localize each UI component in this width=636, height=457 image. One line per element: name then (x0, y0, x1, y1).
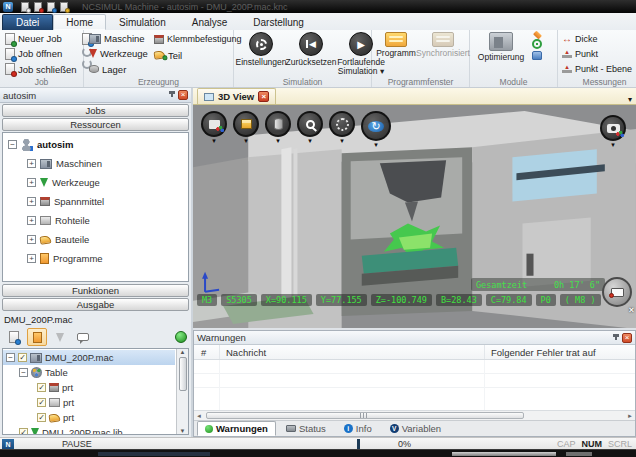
tree-node-spannmittel[interactable]: + Spannmittel (3, 192, 188, 211)
checkbox[interactable]: ✓ (37, 383, 46, 392)
expand-icon[interactable]: + (27, 216, 36, 225)
tab-list-caret-icon[interactable]: ▾ (628, 95, 632, 104)
collapse-icon[interactable]: − (19, 368, 28, 377)
job-node-prt-1[interactable]: ✓ prt (3, 380, 175, 395)
tab-simulation[interactable]: Simulation (106, 14, 179, 30)
app-icon[interactable]: N (3, 2, 13, 12)
expand-icon[interactable]: + (27, 159, 36, 168)
camera-button[interactable] (600, 115, 626, 141)
view-tool-button[interactable] (265, 111, 291, 137)
new-program-button[interactable] (4, 328, 24, 346)
scroll-down-icon[interactable]: ▼ (180, 428, 186, 434)
col-message[interactable]: Nachricht (220, 345, 485, 359)
caret-down-icon[interactable]: ▾ (611, 142, 615, 148)
pen-icon[interactable] (533, 31, 542, 39)
caret-down-icon[interactable]: ▾ (308, 138, 312, 144)
tree-node-werkzeuge[interactable]: + Werkzeuge (3, 173, 188, 192)
tree-node-programme[interactable]: + Programme (3, 249, 188, 268)
checkbox[interactable]: ✓ (37, 413, 46, 422)
expand-icon[interactable]: + (27, 254, 36, 263)
collapse-icon[interactable]: − (6, 353, 15, 362)
punkt-button[interactable]: ▴Punkt (562, 47, 632, 60)
werkzeuge-button[interactable]: Werkzeuge (88, 47, 149, 60)
programm-button[interactable]: Programm (376, 32, 416, 76)
clock-icon[interactable] (532, 39, 542, 49)
caret-down-icon[interactable]: ▾ (244, 138, 248, 144)
viewport-3d[interactable]: ▾ ▾ ▾ ▾ ▾ ↻▾ ▾ Gesamtzeit 0h 17' 6" M3 (193, 105, 636, 328)
scroll-left-icon[interactable]: ◄ (196, 413, 202, 419)
selection-button[interactable] (329, 111, 355, 137)
expand-icon[interactable]: + (27, 197, 36, 206)
caret-down-icon[interactable]: ▾ (276, 138, 280, 144)
expand-icon[interactable]: + (27, 178, 36, 187)
close-overlay-icon[interactable]: × (629, 305, 634, 315)
dicke-button[interactable]: ↔Dicke (562, 32, 632, 45)
einstellungen-button[interactable]: Einstellungen (238, 32, 284, 76)
quick-new-doc-icon[interactable] (21, 2, 29, 12)
tree-node-bauteile[interactable]: + Bauteile (3, 230, 188, 249)
tab-warnungen[interactable]: Warnungen (197, 421, 276, 436)
view-machine-button[interactable] (201, 111, 227, 137)
maschine-button[interactable]: Maschine (88, 32, 149, 45)
view-stock-button[interactable] (233, 111, 259, 137)
caret-down-icon[interactable]: ▾ (374, 142, 378, 148)
job-node-lib[interactable]: ✓ DMU_200P.mac.lib (3, 425, 175, 435)
optimierung-button[interactable]: Optimierung (474, 32, 528, 76)
teil-button[interactable]: Teil (153, 48, 243, 62)
job-node-table[interactable]: − Table (3, 365, 175, 380)
collapse-icon[interactable]: − (8, 140, 17, 149)
checkbox[interactable]: ✓ (18, 353, 27, 362)
warnings-table-body[interactable] (194, 360, 635, 410)
close-icon[interactable]: × (622, 333, 632, 343)
tab-home[interactable]: Home (53, 14, 106, 30)
zuruecksetzen-button[interactable]: ◀ Zurücksetzen (288, 32, 334, 76)
neuer-job-button[interactable]: Neuer Job (4, 32, 78, 45)
tool-list-button[interactable] (50, 328, 70, 346)
tab-darstellung[interactable]: Darstellung (240, 14, 317, 30)
tree-node-rohteile[interactable]: + Rohteile (3, 211, 188, 230)
expand-icon[interactable]: + (27, 235, 36, 244)
quick-play-icon[interactable] (47, 2, 55, 12)
job-node-root[interactable]: − ✓ DMU_200P.mac (3, 350, 175, 365)
scroll-right-icon[interactable]: ► (627, 413, 633, 419)
active-program-button[interactable] (27, 328, 47, 346)
pin-icon[interactable] (168, 91, 175, 99)
scroll-up-icon[interactable]: ▲ (180, 349, 186, 355)
tab-datei[interactable]: Datei (2, 14, 53, 30)
job-oeffnen-button[interactable]: Job öffnen (4, 47, 78, 60)
col-error[interactable]: Folgender Fehler trat auf (485, 347, 635, 358)
job-node-prt-3[interactable]: ✓ prt (3, 410, 175, 425)
tab-variablen[interactable]: VVariablen (382, 421, 449, 436)
caret-down-icon[interactable]: ▾ (212, 138, 216, 144)
tree-node-maschinen[interactable]: + Maschinen (3, 154, 188, 173)
tab-analyse[interactable]: Analyse (179, 14, 241, 30)
zoom-button[interactable] (297, 111, 323, 137)
section-ressourcen[interactable]: Ressourcen (2, 118, 189, 131)
scroll-thumb[interactable] (179, 357, 187, 391)
checkbox[interactable]: ✓ (19, 428, 28, 435)
pin-icon[interactable] (612, 334, 619, 342)
col-number[interactable]: # (194, 345, 220, 359)
panel-monitor-button[interactable] (602, 277, 632, 307)
quick-settings-icon[interactable] (60, 2, 68, 12)
job-node-prt-2[interactable]: ✓ prt (3, 395, 175, 410)
lager-button[interactable]: Lager (88, 63, 149, 76)
punkt-ebene-button[interactable]: ▴Punkt - Ebene (562, 62, 632, 75)
rotate-view-button[interactable]: ↻ (361, 111, 391, 141)
comment-button[interactable] (73, 328, 93, 346)
close-view-icon[interactable]: × (258, 91, 269, 102)
job-schliessen-button[interactable]: Job schließen (4, 63, 78, 76)
job-tree-scrollbar[interactable]: ▲ ▼ (176, 349, 188, 434)
stamp-icon[interactable] (532, 51, 542, 60)
checkbox[interactable]: ✓ (37, 398, 46, 407)
synchronisiert-button[interactable]: Synchronisiert (420, 32, 466, 76)
section-ausgabe[interactable]: Ausgabe (2, 298, 189, 311)
klemmbefestigung-button[interactable]: Klemmbefestigung (153, 32, 243, 46)
section-funktionen[interactable]: Funktionen (2, 284, 189, 297)
tree-node-autosim[interactable]: − autosim (3, 135, 188, 154)
section-jobs[interactable]: Jobs (2, 104, 189, 117)
quick-record-icon[interactable] (34, 2, 42, 12)
warnings-hscrollbar[interactable]: ◄ ► (194, 410, 635, 420)
tab-status[interactable]: Status (278, 421, 334, 436)
caret-down-icon[interactable]: ▾ (340, 138, 344, 144)
